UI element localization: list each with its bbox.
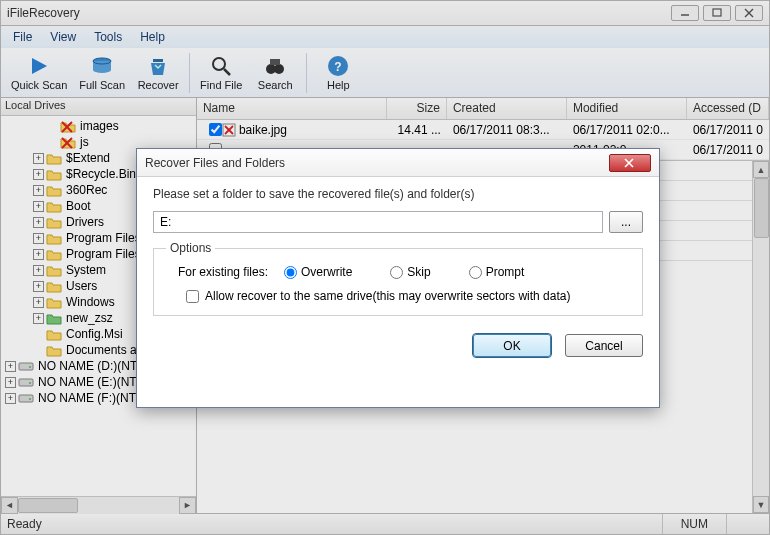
dialog-close-button[interactable] — [609, 154, 651, 172]
ok-button[interactable]: OK — [473, 334, 551, 357]
close-icon — [624, 158, 636, 168]
dialog-titlebar: Recover Files and Folders — [137, 149, 659, 177]
radio-skip[interactable]: Skip — [390, 265, 430, 279]
dialog-message: Please set a folder to save the recovere… — [153, 187, 643, 201]
existing-files-label: For existing files: — [166, 265, 276, 279]
recover-path-input[interactable] — [153, 211, 603, 233]
options-fieldset: Options For existing files: Overwrite Sk… — [153, 241, 643, 316]
radio-prompt[interactable]: Prompt — [469, 265, 525, 279]
browse-button[interactable]: ... — [609, 211, 643, 233]
allow-same-drive-label: Allow recover to the same drive(this may… — [205, 289, 570, 303]
radio-overwrite[interactable]: Overwrite — [284, 265, 352, 279]
cancel-button[interactable]: Cancel — [565, 334, 643, 357]
options-legend: Options — [166, 241, 215, 255]
dialog-title: Recover Files and Folders — [145, 156, 609, 170]
recover-dialog: Recover Files and Folders Please set a f… — [136, 148, 660, 408]
allow-same-drive-checkbox[interactable] — [186, 290, 199, 303]
